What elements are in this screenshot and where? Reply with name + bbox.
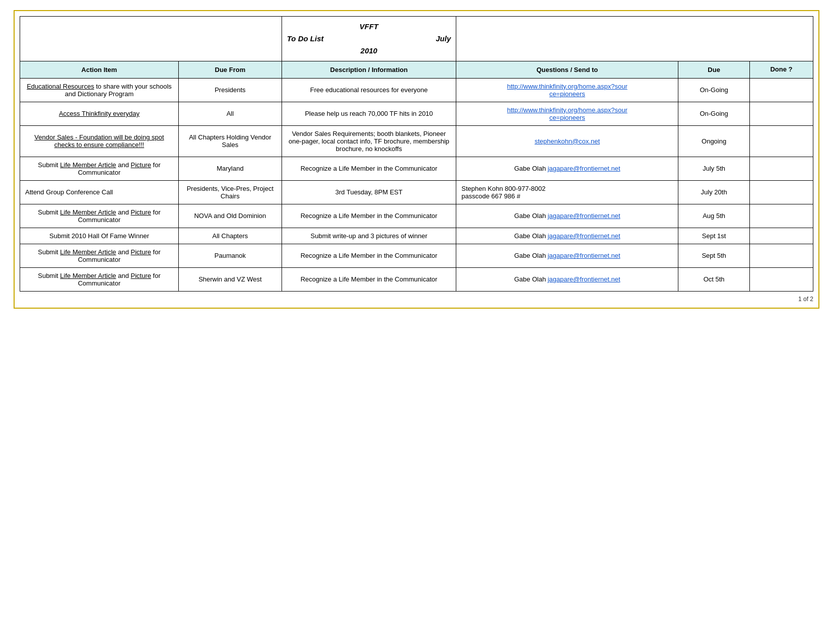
questions-cell: Gabe Olah jagapare@frontiernet.net xyxy=(456,204,678,228)
action-underline2: Picture xyxy=(131,161,151,169)
action-underline: Vendor Sales - Foundation will be doing … xyxy=(34,133,164,149)
questions-link[interactable]: jagapare@frontiernet.net xyxy=(547,212,620,220)
action-item-cell: Vendor Sales - Foundation will be doing … xyxy=(20,125,179,157)
col-header-from: Due From xyxy=(179,61,282,79)
due-from-cell: Sherwin and VZ West xyxy=(179,267,282,291)
action-item-cell: Submit Life Member Article and Picture f… xyxy=(20,204,179,228)
action-underline2: Picture xyxy=(131,272,151,279)
description-cell: Recognize a Life Member in the Communica… xyxy=(282,267,456,291)
due-cell: July 20th xyxy=(678,180,750,204)
questions-link[interactable]: jagapare@frontiernet.net xyxy=(547,232,620,240)
questions-cell: Gabe Olah jagapare@frontiernet.net xyxy=(456,244,678,267)
title-line1: VFFT xyxy=(287,21,451,33)
column-header-row: Action Item Due From Description / Infor… xyxy=(20,61,813,79)
title-month: July xyxy=(436,33,451,45)
col-header-done: Done ? xyxy=(750,61,813,79)
description-cell: Recognize a Life Member in the Communica… xyxy=(282,244,456,267)
due-cell: On-Going xyxy=(678,102,750,125)
questions-link[interactable]: jagapare@frontiernet.net xyxy=(547,275,620,283)
questions-cell: http://www.thinkfinity.org/home.aspx?sou… xyxy=(456,102,678,125)
done-cell xyxy=(750,267,813,291)
table-row: Submit Life Member Article and Picture f… xyxy=(20,267,813,291)
due-from-cell: All xyxy=(179,102,282,125)
questions-link[interactable]: stephenkohn@cox.net xyxy=(534,137,600,145)
action-underline: Life Member Article xyxy=(60,161,116,169)
description-cell: Recognize a Life Member in the Communica… xyxy=(282,157,456,180)
done-cell xyxy=(750,180,813,204)
action-underline: Life Member Article xyxy=(60,248,116,256)
action-item-cell: Attend Group Conference Call xyxy=(20,180,179,204)
due-cell: Sept 1st xyxy=(678,228,750,244)
description-cell: Please help us reach 70,000 TF hits in 2… xyxy=(282,102,456,125)
table-row: Submit Life Member Article and Picture f… xyxy=(20,157,813,180)
table-row: Submit Life Member Article and Picture f… xyxy=(20,244,813,267)
description-cell: Submit write-up and 3 pictures of winner xyxy=(282,228,456,244)
done-cell xyxy=(750,125,813,157)
action-item-cell: Submit Life Member Article and Picture f… xyxy=(20,157,179,180)
action-underline: Educational Resources xyxy=(27,83,94,90)
done-cell xyxy=(750,157,813,180)
questions-link[interactable]: http://www.thinkfinity.org/home.aspx?sou… xyxy=(507,83,628,98)
table-row: Vendor Sales - Foundation will be doing … xyxy=(20,125,813,157)
title-todo: To Do List xyxy=(287,33,324,45)
due-cell: On-Going xyxy=(678,78,750,102)
description-cell: Recognize a Life Member in the Communica… xyxy=(282,204,456,228)
col-header-questions: Questions / Send to xyxy=(456,61,678,79)
due-from-cell: Paumanok xyxy=(179,244,282,267)
title-year: 2010 xyxy=(287,45,451,57)
done-cell xyxy=(750,204,813,228)
action-item-cell: Submit Life Member Article and Picture f… xyxy=(20,244,179,267)
table-row: Submit 2010 Hall Of Fame Winner All Chap… xyxy=(20,228,813,244)
questions-link[interactable]: http://www.thinkfinity.org/home.aspx?sou… xyxy=(507,106,628,121)
col-header-due: Due xyxy=(678,61,750,79)
questions-cell: Stephen Kohn 800-977-8002passcode 667 98… xyxy=(456,180,678,204)
table-row: Educational Resources to share with your… xyxy=(20,78,813,102)
due-cell: Ongoing xyxy=(678,125,750,157)
done-cell xyxy=(750,102,813,125)
questions-cell: Gabe Olah jagapare@frontiernet.net xyxy=(456,228,678,244)
done-cell xyxy=(750,244,813,267)
description-cell: Vendor Sales Requirements; booth blanket… xyxy=(282,125,456,157)
page-wrapper: VFFT To Do List July 2010 Action Item Du… xyxy=(14,10,819,309)
due-from-cell: Maryland xyxy=(179,157,282,180)
action-underline: Access Thinkfinity everyday xyxy=(59,110,140,117)
action-underline2: Picture xyxy=(131,248,151,256)
action-item-cell: Submit Life Member Article and Picture f… xyxy=(20,267,179,291)
table-row: Access Thinkfinity everyday All Please h… xyxy=(20,102,813,125)
description-cell: 3rd Tuesday, 8PM EST xyxy=(282,180,456,204)
description-cell: Free educational resources for everyone xyxy=(282,78,456,102)
table-row: Attend Group Conference Call Presidents,… xyxy=(20,180,813,204)
questions-cell: stephenkohn@cox.net xyxy=(456,125,678,157)
title-row: VFFT To Do List July 2010 xyxy=(20,17,813,61)
action-underline: Life Member Article xyxy=(60,208,116,216)
page-number: 1 of 2 xyxy=(20,292,813,303)
due-from-cell: NOVA and Old Dominion xyxy=(179,204,282,228)
questions-cell: Gabe Olah jagapare@frontiernet.net xyxy=(456,157,678,180)
due-cell: July 5th xyxy=(678,157,750,180)
done-cell xyxy=(750,78,813,102)
col-header-desc: Description / Information xyxy=(282,61,456,79)
action-underline2: Picture xyxy=(131,208,151,216)
due-cell: Aug 5th xyxy=(678,204,750,228)
due-from-cell: All Chapters Holding Vendor Sales xyxy=(179,125,282,157)
due-cell: Oct 5th xyxy=(678,267,750,291)
action-item-cell: Access Thinkfinity everyday xyxy=(20,102,179,125)
due-from-cell: All Chapters xyxy=(179,228,282,244)
done-cell xyxy=(750,228,813,244)
action-item-cell: Educational Resources to share with your… xyxy=(20,78,179,102)
table-row: Submit Life Member Article and Picture f… xyxy=(20,204,813,228)
questions-link[interactable]: jagapare@frontiernet.net xyxy=(547,165,620,172)
main-table: VFFT To Do List July 2010 Action Item Du… xyxy=(20,16,813,292)
action-item-cell: Submit 2010 Hall Of Fame Winner xyxy=(20,228,179,244)
col-header-action: Action Item xyxy=(20,61,179,79)
due-from-cell: Presidents xyxy=(179,78,282,102)
questions-link[interactable]: jagapare@frontiernet.net xyxy=(547,252,620,259)
action-underline: Life Member Article xyxy=(60,272,116,279)
due-from-cell: Presidents, Vice-Pres, Project Chairs xyxy=(179,180,282,204)
questions-cell: http://www.thinkfinity.org/home.aspx?sou… xyxy=(456,78,678,102)
due-cell: Sept 5th xyxy=(678,244,750,267)
questions-cell: Gabe Olah jagapare@frontiernet.net xyxy=(456,267,678,291)
